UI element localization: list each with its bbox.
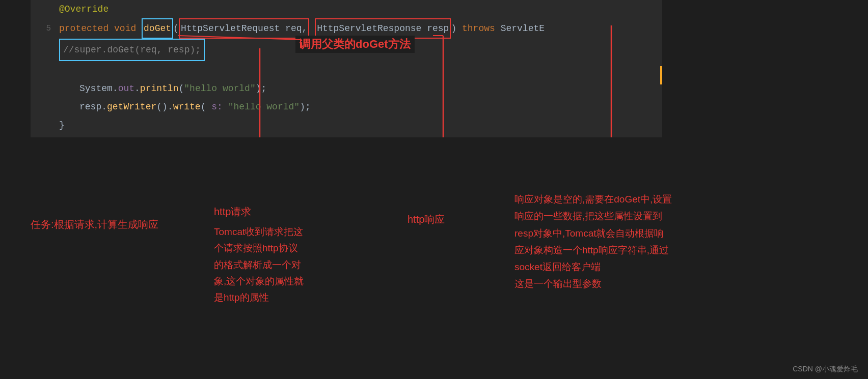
code-line-6: resp.getWriter().write( s: "hello world"… <box>31 98 662 116</box>
code-line-7: } <box>31 116 662 134</box>
annotation-override: @Override <box>59 0 108 18</box>
watermark: CSDN @小魂爱炸毛 <box>793 365 858 374</box>
method-doget: doGet <box>142 18 173 39</box>
param-req-type: HttpServletRequest req, <box>179 18 309 39</box>
keyword-void: void <box>114 19 142 38</box>
ann2-http-label: http请求 <box>214 203 304 220</box>
line-number-5: 5 <box>36 19 51 38</box>
code-line-4 <box>31 61 662 79</box>
comment-super: //super.doGet(req, resp); <box>59 39 205 61</box>
keyword-protected: protected <box>59 19 114 38</box>
ann2-label: http请求 Tomcat收到请求把这个请求按照http协议的格式解析成一个对象… <box>214 203 304 306</box>
code-line-1: @Override <box>31 0 662 18</box>
exception-type: ServletE <box>501 19 545 38</box>
ann3-label: http响应 <box>408 211 445 227</box>
callout-doget-label: 调用父类的doGet方法 <box>295 36 415 53</box>
annotations-area: 任务:根据请求,计算生成响应 http请求 Tomcat收到请求把这个请求按照h… <box>0 137 868 379</box>
ann4-text: 响应对象是空的,需要在doGet中,设置 响应的一些数据,把这些属性设置到 re… <box>514 191 672 293</box>
ann2-tomcat-desc: Tomcat收到请求把这个请求按照http协议的格式解析成一个对象,这个对象的属… <box>214 224 304 306</box>
code-editor: @Override 5 protected void doGet(HttpSer… <box>31 0 662 137</box>
keyword-throws: throws <box>462 19 501 38</box>
code-line-5: System.out.println("hello world"); <box>31 79 662 98</box>
ann1-text: 任务:根据请求,计算生成响应 <box>31 216 158 232</box>
yellow-indicator <box>660 66 662 84</box>
